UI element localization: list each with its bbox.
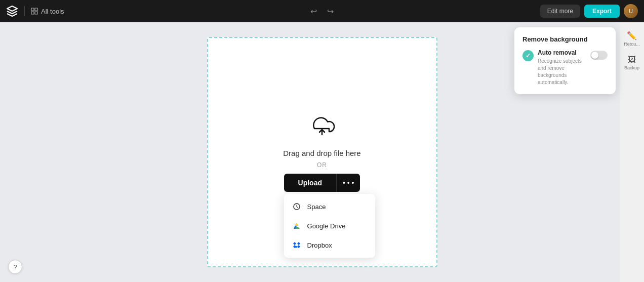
- edit-more-button[interactable]: Edit more: [540, 5, 580, 18]
- backup-panel-button[interactable]: 🖼 Backup: [623, 52, 641, 74]
- retouch-panel-button[interactable]: ✏️ Retou...: [623, 27, 641, 50]
- redo-icon: ↪: [327, 7, 334, 16]
- space-icon: [292, 202, 301, 211]
- avatar[interactable]: U: [624, 4, 638, 18]
- undo-button[interactable]: ↩: [307, 5, 320, 18]
- all-tools-label: All tools: [41, 8, 64, 15]
- google-drive-label: Google Drive: [307, 222, 346, 230]
- space-label: Space: [307, 203, 326, 211]
- retouch-icon: ✏️: [627, 31, 637, 41]
- dropbox-label: Dropbox: [307, 241, 332, 249]
- avatar-image: U: [624, 4, 638, 18]
- upload-cloud-icon: [307, 112, 337, 143]
- topbar-right-controls: Edit more Export U: [540, 4, 638, 18]
- upload-area: Upload • • • Space: [284, 174, 360, 192]
- dropbox-icon: [292, 240, 301, 250]
- auto-removal-content: Auto removal Recognize subjects and remo…: [538, 49, 586, 86]
- auto-removal-desc: Recognize subjects and remove background…: [538, 58, 586, 86]
- upload-more-button[interactable]: • • •: [336, 174, 360, 192]
- redo-button[interactable]: ↪: [324, 5, 337, 18]
- backup-icon: 🖼: [628, 55, 636, 64]
- remove-bg-panel: Remove background ✓ Auto removal Recogni…: [514, 27, 616, 94]
- all-tools-btn[interactable]: All tools: [31, 8, 64, 15]
- drag-drop-text: Drag and drop file here: [283, 149, 360, 157]
- google-drive-icon: [292, 221, 301, 230]
- check-icon: ✓: [522, 50, 534, 61]
- auto-removal-row: ✓ Auto removal Recognize subjects and re…: [522, 49, 608, 86]
- dropdown-item-google-drive[interactable]: Google Drive: [284, 216, 375, 235]
- app-logo[interactable]: [6, 5, 18, 17]
- right-panel: ✏️ Retou... 🖼 Backup: [620, 22, 644, 282]
- upload-button[interactable]: Upload: [284, 174, 336, 192]
- auto-removal-title: Auto removal: [538, 49, 586, 56]
- backup-label: Backup: [624, 65, 639, 70]
- tools-icon: [31, 8, 38, 15]
- main-area: Drag and drop file here OR Upload • • •: [0, 22, 644, 282]
- topbar-divider: [24, 6, 25, 16]
- check-mark: ✓: [526, 52, 531, 59]
- dropdown-item-space[interactable]: Space: [284, 197, 375, 216]
- retouch-label: Retou...: [624, 42, 640, 47]
- toggle-knob: [591, 52, 598, 59]
- topbar: All tools ↩ ↪ Edit more Export U: [0, 0, 644, 22]
- panel-title: Remove background: [522, 35, 608, 43]
- help-icon: ?: [13, 263, 17, 271]
- upload-btn-group: Upload • • •: [284, 174, 360, 192]
- canvas-container[interactable]: Drag and drop file here OR Upload • • •: [207, 37, 437, 267]
- dropdown-item-dropbox[interactable]: Dropbox: [284, 235, 375, 255]
- upload-dropdown: Space Google Drive: [284, 194, 375, 258]
- help-button[interactable]: ?: [8, 260, 22, 274]
- or-label: OR: [317, 162, 327, 169]
- export-button[interactable]: Export: [584, 5, 620, 18]
- auto-removal-toggle[interactable]: [590, 51, 608, 60]
- logo-icon: [6, 5, 18, 17]
- topbar-center-controls: ↩ ↪: [307, 5, 337, 18]
- dots-icon: • • •: [343, 179, 354, 187]
- undo-icon: ↩: [310, 7, 317, 16]
